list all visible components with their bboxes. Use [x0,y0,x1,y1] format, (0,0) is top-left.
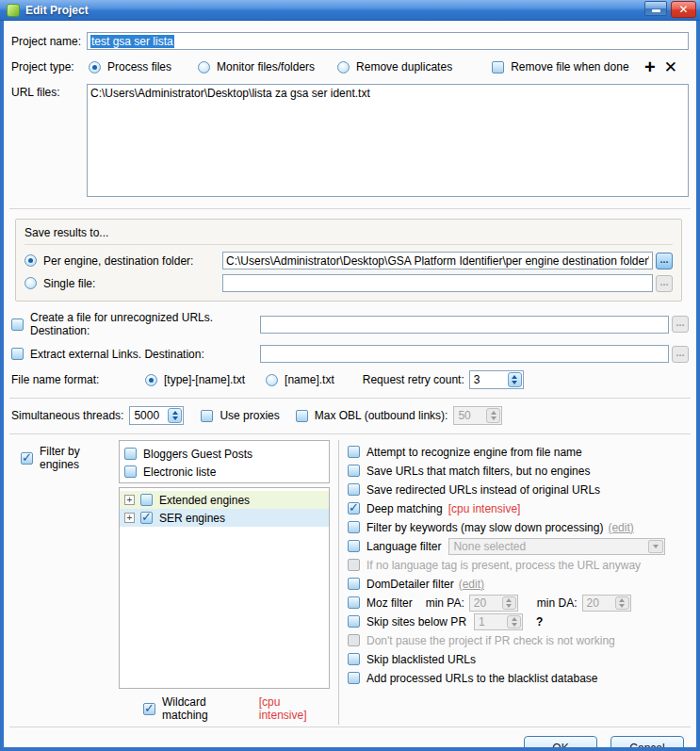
domdetailer-edit-link[interactable]: (edit) [459,578,484,591]
radio-process-files-label: Process files [107,60,171,73]
attempt-recognize-checkbox[interactable] [348,446,360,458]
url-files-textarea[interactable]: C:\Users\Administrator\Desktop\lista za … [87,84,689,197]
extract-links-row: Extract external Links. Destination: ... [11,345,689,363]
expand-icon[interactable]: + [124,495,135,505]
wildcard-matching-checkbox[interactable]: ✓ [143,703,155,715]
bloggers-guest-posts-checkbox[interactable] [124,448,137,460]
dont-pause-row: Don't pause the project if PR check is n… [348,631,696,649]
help-icon[interactable]: ? [536,615,543,629]
spinner-arrows-icon [507,615,521,629]
use-proxies-checkbox[interactable] [201,410,213,422]
wildcard-matching-label: Wildcard matching [162,695,253,722]
radio-per-engine[interactable] [24,254,37,267]
skip-pr-row: Skip sites below PR 1 ? [348,612,696,630]
spinner-arrows-icon[interactable] [508,372,522,387]
threads-spinner[interactable]: 5000 [129,406,184,425]
filter-keywords-edit-link[interactable]: (edit) [608,521,633,534]
save-results-title: Save results to... [24,223,673,245]
skip-blacklisted-label: Skip blacklisted URLs [366,653,476,666]
skip-pr-checkbox[interactable] [348,615,360,628]
radio-monitor-files[interactable] [198,61,210,73]
file-format-row: File name format: [type]-[name].txt [nam… [11,370,689,389]
save-results-group: Save results to... Per engine, destinati… [15,219,682,302]
tree-item-label: SER engines [159,512,225,525]
moz-filter-checkbox[interactable] [348,596,360,609]
spinner-arrows-icon [502,596,516,610]
per-engine-path-input[interactable] [222,252,653,269]
radio-single-file[interactable] [24,277,37,289]
extended-engines-checkbox[interactable] [140,494,153,506]
max-obl-spinner: 50 [453,406,502,425]
unrecognized-urls-checkbox[interactable] [11,318,24,331]
retry-count-label: Request retry count: [363,373,464,386]
list-item[interactable]: Electronic liste [124,463,324,481]
save-redirected-row: Save redirected URLs instead of original… [348,481,696,498]
filter-by-engines-label: Filter by engines [40,445,119,471]
max-obl-label: Max OBL (outbound links): [315,409,448,422]
single-file-browse-button: ... [656,275,673,292]
separator [9,208,691,209]
domdetailer-checkbox[interactable] [348,578,360,590]
radio-type-name-format[interactable] [145,374,157,386]
spinner-arrows-icon[interactable] [168,408,182,423]
domdetailer-row: DomDetailer filter (edit) [348,575,696,593]
dropdown-arrow-icon [648,540,663,553]
project-name-input[interactable]: test gsa ser lista [87,32,689,50]
filter-by-engines-checkbox[interactable]: ✓ [21,452,33,465]
edit-project-dialog: Edit Project ✕ Project name: test gsa se… [0,0,700,751]
language-filter-combo: None selected [448,538,665,555]
language-filter-checkbox[interactable] [348,540,360,552]
extract-destination-input [260,345,669,363]
save-match-checkbox[interactable] [348,465,360,477]
minimize-button[interactable] [644,1,667,16]
file-format-label: File name format: [11,373,113,386]
add-file-icon[interactable]: + [644,58,656,76]
electronic-liste-checkbox[interactable] [124,465,137,478]
cancel-button[interactable]: Cancel [610,736,684,751]
radio-process-files[interactable] [89,61,101,73]
radio-name-format-label: [name].txt [285,373,334,386]
separator [9,727,691,727]
add-processed-row: Add processed URLs to the blacklist data… [348,669,696,687]
max-obl-checkbox[interactable] [296,410,308,422]
retry-count-spinner[interactable]: 3 [469,370,524,389]
remove-file-when-done-checkbox[interactable] [492,61,504,73]
moz-filter-label: Moz filter [366,596,413,610]
filter-keywords-row: Filter by keywords (may slow down proces… [348,518,696,536]
list-item[interactable]: Bloggers Guest Posts [124,445,324,463]
ser-engines-checkbox[interactable]: ✓ [140,512,153,524]
expand-icon[interactable]: + [124,513,135,523]
separator [9,398,691,399]
min-pa-spinner: 20 [469,595,518,612]
extract-browse-button: ... [672,346,689,363]
remove-file-icon[interactable]: ✕ [664,58,677,76]
project-name-label: Project name: [11,35,87,48]
skip-blacklisted-checkbox[interactable] [348,653,360,665]
close-button[interactable]: ✕ [671,1,696,18]
engine-tree: + Extended engines + ✓ SER engines [119,487,330,689]
deep-matching-checkbox[interactable]: ✓ [348,502,360,514]
language-filter-value: None selected [453,540,526,553]
filter-by-engines-row: ✓ Filter by engines [21,445,119,471]
url-files-row: URL files: C:\Users\Administrator\Deskto… [11,84,689,197]
no-language-tag-checkbox [348,559,360,571]
filter-keywords-checkbox[interactable] [348,521,360,533]
save-match-row: Save URLs that match filters, but no eng… [348,462,696,480]
save-redirected-checkbox[interactable] [348,483,360,496]
dialog-body: Project name: test gsa ser lista Project… [0,21,700,751]
domdetailer-label: DomDetailer filter [366,578,454,591]
list-item-label: Bloggers Guest Posts [143,448,252,461]
extract-links-checkbox[interactable] [11,348,24,360]
per-engine-browse-button[interactable]: ... [656,253,673,269]
radio-name-format[interactable] [266,374,278,386]
add-processed-checkbox[interactable] [348,672,360,684]
tree-item-ser-engines[interactable]: + ✓ SER engines [120,509,329,527]
titlebar[interactable]: Edit Project ✕ [0,0,700,21]
single-file-row: Single file: ... [24,274,673,292]
deep-matching-row: ✓ Deep matching [cpu intensive] [348,499,696,517]
radio-remove-duplicates[interactable] [337,61,350,73]
tree-item-extended-engines[interactable]: + Extended engines [120,491,329,509]
ok-button[interactable]: OK [524,736,597,751]
list-item-label: Electronic liste [143,465,216,479]
button-row: OK Cancel [4,736,684,751]
